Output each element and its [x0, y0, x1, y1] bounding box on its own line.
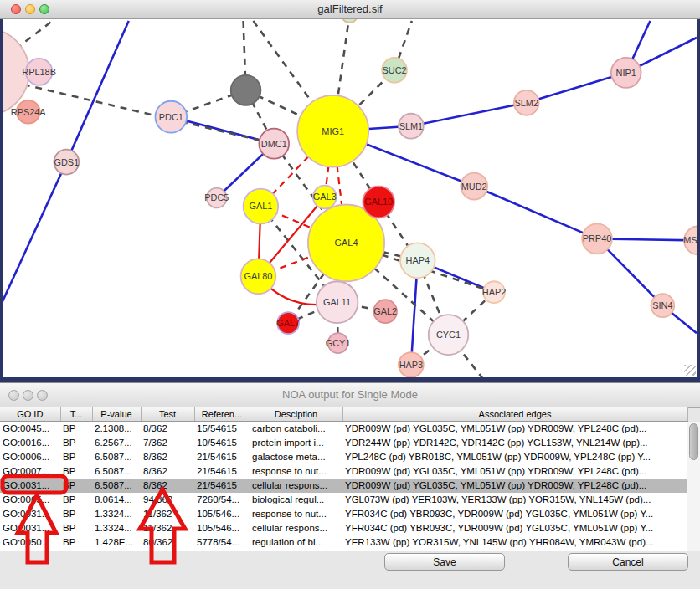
table-cell: YDR009W (pd) YGL035C, YML051W (pp) YDR00…: [342, 479, 687, 493]
table-row[interactable]: GO:0045...BP2.1308...8/36215/54615carbon…: [0, 422, 687, 437]
table-cell: biological regul...: [250, 493, 342, 507]
table-cell: BP: [60, 479, 92, 493]
table-cell: 8.0614...: [92, 493, 141, 507]
minimize-icon[interactable]: [25, 4, 35, 14]
save-button[interactable]: Save: [384, 553, 505, 571]
table-cell: 94/362: [141, 493, 194, 507]
table-cell: YPL248C (pd) YBR018C, YML051W (pp) YDR00…: [342, 450, 687, 464]
table-cell: 11/362: [141, 521, 194, 535]
edge-pp[interactable]: [411, 103, 527, 126]
table-cell: cellular respons...: [250, 479, 342, 493]
table-cell: BP: [60, 436, 92, 450]
table-cell: GO:0016...: [0, 436, 60, 450]
table-cell: 10/54615: [194, 436, 250, 450]
table-cell: galactose meta...: [250, 450, 342, 464]
table-cell: GO:0065...: [0, 493, 60, 507]
table-cell: 5778/54...: [194, 535, 250, 550]
resize-grip-icon[interactable]: [684, 365, 696, 376]
table-cell: protein import i...: [250, 436, 342, 450]
table-cell: 6.2567...: [92, 436, 141, 450]
node-label-gal2: GAL2: [373, 306, 397, 316]
node-label-slm1: SLM1: [399, 121, 423, 131]
network-canvas[interactable]: RPL18BRPS24AGDS1PDC1MIG1DMC1PDC5SUC2SLM1…: [0, 19, 700, 382]
table-cell: BP: [60, 493, 92, 507]
table-cell: BP: [60, 507, 92, 521]
table-row[interactable]: GO:0007...BP6.5087...8/36221/54615respon…: [0, 464, 687, 479]
table-row[interactable]: GO:0016...BP6.2567...7/36210/54615protei…: [0, 436, 687, 450]
node-label-gal7: GAL7: [276, 318, 300, 328]
column-header[interactable]: Desciption: [250, 407, 342, 422]
node-label-mud2: MUD2: [461, 181, 487, 191]
minimize-icon[interactable]: [23, 390, 33, 401]
table-cell: GO:0031...: [0, 479, 60, 493]
zoom-icon[interactable]: [37, 390, 48, 401]
window-galfiltered: galFiltered.sif RPL18BRPS24AGDS1PDC1MIG1…: [0, 0, 700, 382]
node-label-mig1: MIG1: [322, 126, 344, 136]
close-icon[interactable]: [8, 390, 19, 401]
node-label-gal4: GAL4: [335, 238, 358, 248]
edge-pp[interactable]: [66, 21, 128, 162]
scrollbar-thumb[interactable]: [689, 423, 698, 460]
column-header[interactable]: T...: [60, 407, 92, 422]
noa-window-titlebar[interactable]: NOA output for Single Mode: [0, 383, 700, 408]
node-label-dmc1: DMC1: [261, 139, 287, 149]
zoom-icon[interactable]: [39, 4, 49, 14]
table-cell: 8/362: [141, 422, 194, 437]
cancel-button[interactable]: Cancel: [568, 553, 688, 571]
node-label-prp40: PRP40: [583, 233, 612, 243]
column-header[interactable]: Associated edges: [342, 407, 687, 422]
vertical-scrollbar[interactable]: [687, 422, 700, 551]
column-header[interactable]: Referen...: [194, 407, 250, 422]
table-cell: 105/546...: [194, 521, 250, 535]
table-cell: 21/54615: [194, 464, 250, 479]
column-header[interactable]: P-value: [92, 407, 141, 422]
graph-window-titlebar[interactable]: galFiltered.sif: [0, 0, 700, 19]
node-label-suc2: SUC2: [382, 65, 406, 75]
table-cell: YFR034C (pd) YBR093C, YDR009W (pd) YGL03…: [342, 521, 687, 535]
node-label-gal80: GAL80: [244, 271, 272, 281]
edge-pp[interactable]: [474, 187, 597, 239]
node-label-rpl18b: RPL18B: [22, 67, 56, 77]
graph-window-title: galFiltered.sif: [317, 3, 382, 15]
node-label-sin4: SIN4: [652, 300, 672, 310]
table-row[interactable]: GO:0006...BP6.5087...8/36221/54615galact…: [0, 450, 687, 464]
column-header[interactable]: Test: [141, 407, 194, 422]
node-label-gal3: GAL3: [313, 192, 337, 202]
table-row[interactable]: GO:0031...BP6.5087...8/36221/54615cellul…: [0, 479, 687, 493]
table-cell: GO:0031...: [0, 521, 60, 535]
node-label-hap3: HAP3: [399, 360, 423, 370]
node-label-nip1: NIP1: [616, 68, 636, 78]
table-cell: GO:0006...: [0, 450, 60, 464]
table-cell: 1.3324...: [92, 507, 141, 521]
node-label-rps24a: RPS24A: [11, 107, 47, 117]
table-header-row: GO IDT...P-valueTestReferen...Desciption…: [0, 407, 687, 422]
table-cell: YER133W (pp) YOR315W, YNL145W (pd) YHR08…: [342, 535, 687, 550]
table-cell: YDR009W (pd) YGL035C, YML051W (pp) YDR00…: [342, 464, 687, 479]
node-gray[interactable]: [231, 75, 261, 105]
node-label-cyc1: CYC1: [436, 330, 461, 340]
table-cell: 2.1308...: [92, 422, 141, 437]
edge-pp[interactable]: [3, 162, 66, 302]
table-cell: 8/362: [141, 450, 194, 464]
node-label-gal11: GAL11: [323, 297, 351, 307]
close-icon[interactable]: [11, 4, 21, 14]
table-cell: 21/54615: [194, 479, 250, 493]
node-label-gal1: GAL1: [249, 201, 272, 211]
table-row[interactable]: GO:0065...BP8.0614...94/3627260/54...bio…: [0, 493, 687, 507]
node-label-gal10: GAL10: [364, 197, 393, 207]
noa-window-title: NOA output for Single Mode: [282, 388, 418, 401]
results-table-wrap: GO IDT...P-valueTestReferen...Desciption…: [0, 407, 687, 551]
table-row[interactable]: GO:0031...BP1.3324...11/362105/546...res…: [0, 507, 687, 521]
table-cell: 8/362: [141, 479, 194, 493]
node-label-pdc5: PDC5: [204, 192, 229, 202]
table-row[interactable]: GO:0050...BP1.428E...80/3625778/54...reg…: [0, 535, 687, 550]
node-topg[interactable]: [342, 19, 358, 23]
column-header[interactable]: GO ID: [0, 407, 60, 422]
table-cell: 105/546...: [194, 507, 250, 521]
table-cell: BP: [60, 450, 92, 464]
node-label-slm2: SLM2: [514, 98, 538, 108]
table-cell: carbon cataboli...: [250, 422, 342, 437]
node-label-msi1: MSI: [683, 235, 697, 245]
table-row[interactable]: GO:0031...BP1.3324...11/362105/546...cel…: [0, 521, 687, 535]
node-label-gds1: GDS1: [54, 157, 80, 167]
